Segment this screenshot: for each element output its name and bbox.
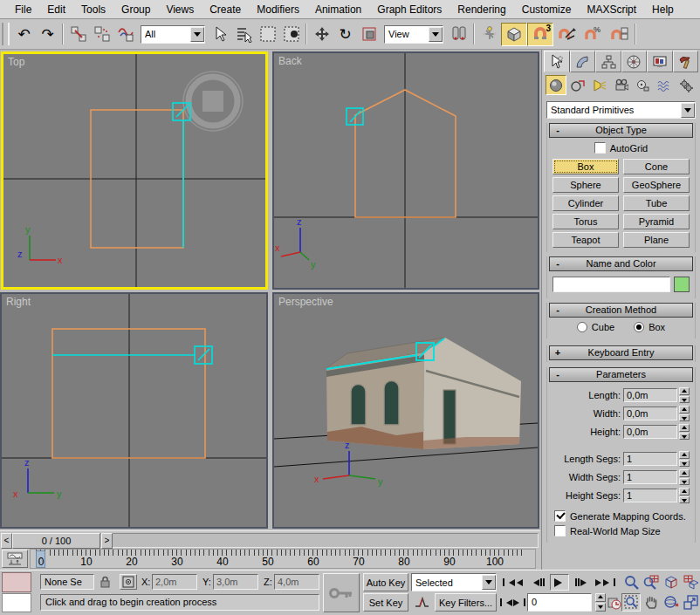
length-segs-spinner[interactable] xyxy=(679,451,690,467)
tab-motion[interactable] xyxy=(621,51,648,72)
zoom-region-icon[interactable] xyxy=(621,593,641,612)
collapse-icon[interactable]: - xyxy=(552,304,563,317)
menu-edit[interactable]: Edit xyxy=(39,2,73,17)
menu-file[interactable]: File xyxy=(7,2,39,17)
select-object-icon[interactable] xyxy=(209,23,232,46)
dropdown-arrow-icon[interactable] xyxy=(681,103,695,118)
viewport-top-label[interactable]: Top xyxy=(8,56,24,68)
height-segs-field[interactable]: 1 xyxy=(623,489,677,502)
selection-lock-icon[interactable] xyxy=(97,574,113,590)
button-cylinder[interactable]: Cylinder xyxy=(552,195,619,211)
select-and-manipulate-icon[interactable] xyxy=(477,23,501,46)
select-by-name-icon[interactable] xyxy=(232,23,256,46)
height-spinner[interactable] xyxy=(679,424,690,440)
menu-maxscript[interactable]: MAXScript xyxy=(579,2,644,17)
pan-view-icon[interactable] xyxy=(642,593,661,612)
x-coordinate-field[interactable]: 2,0m xyxy=(152,574,197,590)
frame-spinner[interactable] xyxy=(595,593,606,612)
menu-help[interactable]: Help xyxy=(644,2,682,17)
use-pivot-point-center-icon[interactable] xyxy=(447,23,470,46)
dropdown-arrow-icon[interactable] xyxy=(482,575,496,590)
bind-to-space-warp-icon[interactable] xyxy=(113,23,137,46)
length-spinner[interactable] xyxy=(679,387,690,403)
width-segs-spinner[interactable] xyxy=(679,469,690,485)
undo-icon[interactable]: ↶ xyxy=(12,23,36,46)
menu-animation[interactable]: Animation xyxy=(307,2,369,17)
rollout-name-and-color-header[interactable]: - Name and Color xyxy=(549,256,693,271)
next-frame-icon[interactable] xyxy=(573,575,592,590)
object-name-field[interactable] xyxy=(552,277,670,292)
button-box[interactable]: Box xyxy=(552,159,619,174)
button-tube[interactable]: Tube xyxy=(623,195,690,211)
expand-icon[interactable]: + xyxy=(552,346,563,359)
go-to-end-icon[interactable] xyxy=(595,575,614,590)
collapse-icon[interactable]: - xyxy=(552,257,563,270)
arc-rotate-icon[interactable] xyxy=(662,593,681,612)
radio-cube[interactable] xyxy=(577,322,587,332)
rollout-creation-method-header[interactable]: - Creation Method xyxy=(549,303,693,318)
select-and-scale-icon[interactable] xyxy=(357,23,381,46)
category-helpers-icon[interactable] xyxy=(632,75,653,95)
play-animation-icon[interactable] xyxy=(550,574,569,591)
real-world-map-size-checkbox[interactable] xyxy=(554,525,566,536)
width-segs-field[interactable]: 1 xyxy=(623,470,677,484)
button-teapot[interactable]: Teapot xyxy=(552,232,619,248)
select-and-link-icon[interactable] xyxy=(66,23,90,46)
rollout-parameters-header[interactable]: - Parameters xyxy=(549,367,693,382)
tab-modify[interactable] xyxy=(570,51,596,72)
tab-display[interactable] xyxy=(647,51,673,72)
collapse-icon[interactable]: - xyxy=(552,124,563,137)
absolute-mode-transform-icon[interactable] xyxy=(120,574,137,590)
set-key-button[interactable]: Set Key xyxy=(363,593,408,612)
y-coordinate-field[interactable]: 3,0m xyxy=(213,574,258,590)
next-frame-arrow[interactable]: > xyxy=(101,533,113,549)
toolbar-drag-handle[interactable] xyxy=(2,23,10,45)
viewport-back[interactable]: Back z x y xyxy=(272,51,539,290)
selection-filter-dropdown[interactable]: All xyxy=(141,25,205,44)
category-lights-icon[interactable] xyxy=(589,75,610,95)
zoom-icon[interactable] xyxy=(621,573,641,591)
snaps-toggle-icon[interactable]: 3 xyxy=(527,23,553,46)
viewcube-faded[interactable] xyxy=(183,72,243,131)
menu-customize[interactable]: Customize xyxy=(514,2,580,17)
length-segs-field[interactable]: 1 xyxy=(623,452,677,466)
category-shapes-icon[interactable] xyxy=(567,75,588,95)
percent-snap-toggle-icon[interactable]: % xyxy=(580,23,606,46)
tab-create[interactable] xyxy=(544,51,570,72)
height-field[interactable]: 0,0m xyxy=(623,425,677,439)
menu-views[interactable]: Views xyxy=(158,2,202,17)
viewport-perspective-label[interactable]: Perspective xyxy=(278,296,333,308)
viewport-right[interactable]: Right z x y xyxy=(0,292,268,529)
menu-tools[interactable]: Tools xyxy=(73,2,113,17)
button-cone[interactable]: Cone xyxy=(623,159,690,174)
generate-mapping-coords-checkbox[interactable] xyxy=(554,510,566,522)
rollout-object-type-header[interactable]: - Object Type xyxy=(549,123,693,138)
previous-frame-arrow[interactable]: < xyxy=(1,533,12,549)
dropdown-arrow-icon[interactable] xyxy=(190,27,204,42)
key-filters-button[interactable]: Key Filters... xyxy=(435,593,497,612)
width-spinner[interactable] xyxy=(679,406,690,421)
viewport-back-canvas[interactable]: z x y xyxy=(274,53,538,288)
time-slider-handle[interactable]: 0 / 100 xyxy=(12,533,100,549)
select-and-rotate-icon[interactable]: ↻ xyxy=(333,23,357,46)
current-frame-field[interactable]: 0 xyxy=(527,593,592,612)
track-bar-ruler[interactable]: 0 10 20 30 40 50 60 70 80 90 100 xyxy=(30,549,536,569)
menu-graph-editors[interactable]: Graph Editors xyxy=(369,2,450,17)
select-and-move-icon[interactable] xyxy=(310,23,333,46)
unlink-selection-icon[interactable] xyxy=(90,23,113,46)
previous-frame-icon[interactable] xyxy=(527,575,546,590)
rollout-keyboard-entry-header[interactable]: + Keyboard Entry xyxy=(549,345,693,360)
spinner-snap-toggle-icon[interactable] xyxy=(606,23,632,46)
autogrid-checkbox[interactable] xyxy=(594,142,606,154)
menu-modifiers[interactable]: Modifiers xyxy=(249,2,307,17)
auto-key-button[interactable]: Auto Key xyxy=(363,573,408,591)
button-torus[interactable]: Torus xyxy=(552,214,619,229)
button-sphere[interactable]: Sphere xyxy=(552,177,619,193)
default-in-out-tangents-icon[interactable] xyxy=(412,593,431,612)
maximize-viewport-toggle-icon[interactable] xyxy=(682,593,700,612)
viewport-right-canvas[interactable]: z x y xyxy=(2,294,266,527)
house-model[interactable] xyxy=(326,338,521,449)
key-mode-toggle-icon[interactable] xyxy=(503,595,522,610)
menu-create[interactable]: Create xyxy=(202,2,249,17)
zoom-extents-icon[interactable] xyxy=(662,573,681,591)
